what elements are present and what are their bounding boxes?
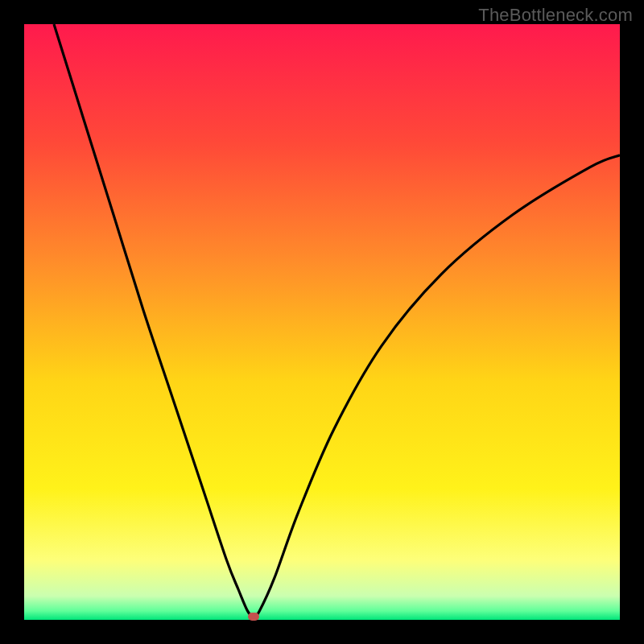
- minimum-marker: [248, 613, 259, 621]
- plot-area: [24, 24, 620, 620]
- watermark-text: TheBottleneck.com: [478, 5, 633, 26]
- chart-frame: [24, 24, 620, 620]
- curve-layer: [24, 24, 620, 620]
- bottleneck-curve: [54, 24, 620, 617]
